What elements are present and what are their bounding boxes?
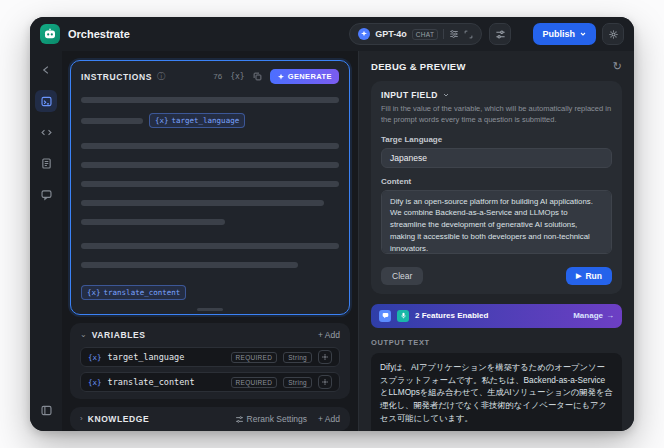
input-field-card: INPUT FIELD Fill in the value of the var… bbox=[371, 81, 622, 294]
copy-icon[interactable] bbox=[253, 72, 262, 81]
chevron-down-icon[interactable]: ⌄ bbox=[80, 331, 87, 339]
skeleton-line bbox=[81, 181, 339, 187]
variable-settings-icon[interactable] bbox=[318, 375, 332, 389]
sidebar-item-annotations[interactable] bbox=[35, 183, 57, 205]
debug-preview-pane: DEBUG & PREVIEW ↻ INPUT FIELD Fill in th… bbox=[358, 51, 634, 431]
instructions-editor[interactable]: INSTRUCTIONS ⓘ 76 {x} bbox=[70, 60, 350, 315]
refresh-icon[interactable]: ↻ bbox=[613, 61, 622, 72]
knowledge-section: › KNOWLEDGE Rerank Settings + Add bbox=[70, 407, 350, 431]
resize-handle[interactable] bbox=[197, 308, 223, 311]
skeleton-line bbox=[81, 162, 339, 168]
features-bar[interactable]: 2 Features Enabled Manage → bbox=[371, 304, 622, 328]
variable-token-icon: {x} bbox=[88, 378, 102, 387]
skeleton-line bbox=[81, 262, 298, 268]
publish-button[interactable]: Publish bbox=[533, 23, 596, 45]
input-field-title: INPUT FIELD bbox=[381, 90, 438, 100]
char-count: 76 bbox=[213, 72, 222, 81]
knowledge-title: KNOWLEDGE bbox=[88, 414, 150, 424]
sidebar-item-logs[interactable] bbox=[35, 152, 57, 174]
variables-title: VARIABLES bbox=[92, 330, 146, 340]
skeleton-row: {x} translate_content bbox=[81, 285, 339, 300]
arrow-right-icon: → bbox=[606, 311, 614, 320]
debug-preview-title: DEBUG & PREVIEW bbox=[371, 61, 466, 72]
orchestrate-pane: INSTRUCTIONS ⓘ 76 {x} bbox=[62, 51, 358, 431]
instructions-header: INSTRUCTIONS ⓘ 76 {x} bbox=[81, 69, 339, 84]
output-card: Difyは、AIアプリケーションを構築するためのオープンソースプラットフォームで… bbox=[371, 353, 622, 431]
output-text-title: OUTPUT TEXT bbox=[371, 338, 622, 347]
add-variable-button[interactable]: + Add bbox=[318, 330, 340, 340]
app-window: Orchestrate GPT-4o CHAT bbox=[30, 17, 634, 431]
feature-opener-icon bbox=[379, 310, 391, 322]
content-label: Content bbox=[381, 177, 612, 186]
feature-speech-icon bbox=[397, 310, 409, 322]
variable-row[interactable]: {x} target_language REQUIRED String bbox=[80, 347, 340, 367]
skeleton-row: {x} target_language bbox=[81, 113, 339, 128]
play-icon: ▶ bbox=[576, 272, 581, 280]
tune-button[interactable] bbox=[489, 23, 511, 45]
openai-icon bbox=[358, 28, 370, 40]
collapse-sidebar-icon[interactable] bbox=[35, 399, 57, 421]
features-enabled-text: 2 Features Enabled bbox=[415, 311, 488, 320]
variable-settings-icon[interactable] bbox=[318, 350, 332, 364]
type-badge: String bbox=[283, 352, 312, 363]
variable-chip[interactable]: {x} translate_content bbox=[81, 285, 186, 300]
required-badge: REQUIRED bbox=[231, 377, 278, 388]
chevron-down-icon bbox=[442, 91, 450, 99]
variable-token-icon: {x} bbox=[88, 353, 102, 362]
skeleton-line bbox=[81, 219, 225, 225]
output-text: Difyは、AIアプリケーションを構築するためのオープンソースプラットフォームで… bbox=[380, 361, 613, 425]
skeleton-line bbox=[81, 118, 143, 124]
sidebar-item-api[interactable] bbox=[35, 121, 57, 143]
target-language-input[interactable]: Japanese bbox=[381, 148, 612, 168]
model-selector[interactable]: GPT-4o CHAT bbox=[349, 23, 482, 45]
app-settings-button[interactable] bbox=[602, 23, 624, 45]
chevron-down-icon bbox=[579, 30, 587, 38]
insert-variable-icon[interactable]: {x} bbox=[230, 72, 244, 81]
title-bar: Orchestrate GPT-4o CHAT bbox=[30, 17, 634, 51]
input-field-description: Fill in the value of the variable, which… bbox=[381, 104, 612, 126]
sparkle-icon bbox=[277, 73, 285, 81]
skeleton-line bbox=[81, 243, 339, 249]
skeleton-line bbox=[81, 143, 339, 149]
app-logo-icon[interactable] bbox=[40, 24, 60, 44]
variables-section: ⌄ VARIABLES + Add {x} target_language RE… bbox=[70, 323, 350, 399]
skeleton-line bbox=[81, 200, 324, 206]
target-language-label: Targe Language bbox=[381, 135, 612, 144]
rerank-settings-button[interactable]: Rerank Settings bbox=[235, 414, 307, 424]
variable-chip[interactable]: {x} target_language bbox=[149, 113, 245, 128]
model-selector-group: GPT-4o CHAT bbox=[349, 23, 511, 45]
publish-label: Publish bbox=[542, 29, 575, 39]
desktop-background: { "header": { "app_title": "Orchestrate"… bbox=[0, 0, 664, 448]
info-icon: ⓘ bbox=[157, 71, 165, 82]
params-sliders-icon[interactable] bbox=[449, 29, 459, 39]
clear-button[interactable]: Clear bbox=[381, 267, 423, 285]
publish-group: Publish bbox=[533, 23, 624, 45]
run-button[interactable]: ▶ Run bbox=[566, 267, 612, 285]
back-icon[interactable] bbox=[35, 59, 57, 81]
left-sidebar bbox=[30, 51, 62, 431]
add-knowledge-button[interactable]: + Add bbox=[318, 414, 340, 424]
divider bbox=[443, 29, 444, 39]
required-badge: REQUIRED bbox=[231, 352, 278, 363]
sidebar-item-orchestrate[interactable] bbox=[35, 90, 57, 112]
expand-params-icon[interactable] bbox=[464, 30, 473, 39]
model-name: GPT-4o bbox=[375, 29, 407, 39]
sliders-icon bbox=[235, 415, 244, 424]
gear-icon bbox=[608, 29, 619, 40]
instructions-title: INSTRUCTIONS bbox=[81, 72, 152, 82]
type-badge: String bbox=[283, 377, 312, 388]
page-title: Orchestrate bbox=[68, 28, 130, 40]
variable-row[interactable]: {x} translate_content REQUIRED String bbox=[80, 372, 340, 392]
generate-button[interactable]: GENERATE bbox=[270, 69, 339, 84]
chevron-right-icon[interactable]: › bbox=[80, 415, 83, 423]
content-textarea[interactable]: Dify is an open-source platform for buil… bbox=[381, 190, 612, 254]
model-mode-badge: CHAT bbox=[412, 29, 439, 40]
skeleton-line bbox=[81, 97, 339, 103]
manage-features-button[interactable]: Manage → bbox=[573, 311, 614, 320]
